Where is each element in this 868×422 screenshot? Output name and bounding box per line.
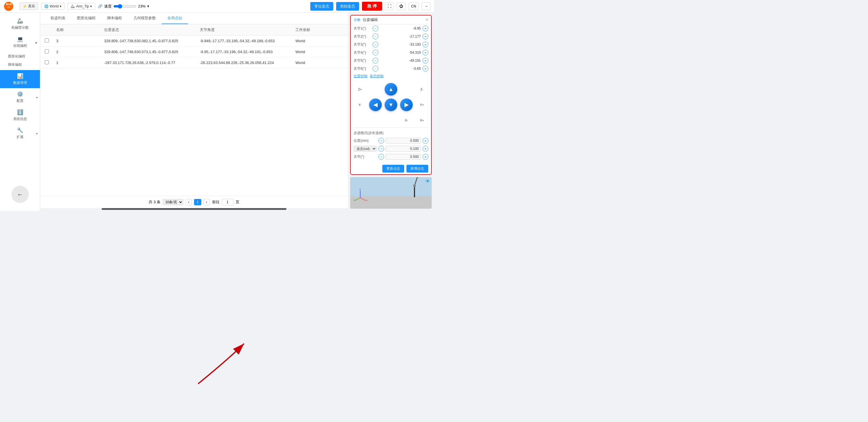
tab-trajectory[interactable]: 轨迹列表 — [45, 12, 71, 24]
sidebar-sub-online: 图形化编程 脚本编程 — [0, 51, 40, 70]
joint-5-minus-button[interactable]: − — [373, 58, 378, 63]
zp-label: Z+ — [358, 88, 362, 91]
joint-6-plus-button[interactable]: + — [423, 66, 428, 71]
show-toggle[interactable]: 示教 — [353, 18, 361, 22]
language-button[interactable]: CN — [408, 3, 418, 10]
arm-selector[interactable]: 🦾 Arm_Tip ▾ — [67, 3, 95, 10]
eye-icon[interactable]: 👁 — [425, 179, 430, 184]
fullscreen-button[interactable]: ⛶ — [385, 2, 394, 10]
mode-button[interactable]: ⚡ 真实 — [20, 2, 38, 10]
main-layout: 🦾 机械臂示数 💻 在线编程 ▲ 图形化编程 脚本编程 📊 数据管理 ⚙️ 配置… — [0, 12, 434, 211]
tab-geometry[interactable]: 几何模型参数 — [128, 12, 162, 24]
per-page-select[interactable]: 10条/页 20条/页 50条/页 — [163, 199, 183, 205]
joint-5-plus-button[interactable]: + — [423, 58, 428, 63]
prev-page-button[interactable]: ‹ — [185, 199, 192, 205]
update-point-button[interactable]: 更新点位 — [382, 165, 404, 173]
step-joint-label: 关节(°) — [353, 154, 377, 159]
sidebar-label-extend: 扩展 — [17, 134, 24, 140]
table-row: 3 329.809,-147.738,630.082,1.45,-0.877,0… — [40, 36, 348, 47]
control-area: Z+ ▲ Z- Y- ◀ ▼ ▶ Y+ X- X+ — [351, 80, 431, 163]
svg-text:睿尔曼: 睿尔曼 — [6, 3, 12, 5]
joint-row-2: 关节2(°) − -17.177 + — [351, 32, 431, 40]
row2-name: 2 — [56, 50, 104, 54]
down-button[interactable]: ▼ — [384, 98, 397, 111]
step-position-minus[interactable]: − — [378, 138, 384, 144]
row2-position: 329.808,-147.748,630.073,1.45,-0.877,0.8… — [104, 50, 200, 54]
step-posture-select[interactable]: 姿态(rad) — [353, 146, 377, 152]
add-point-button[interactable]: 新增点位 — [406, 165, 428, 173]
left-button[interactable]: ◀ — [369, 98, 382, 111]
tab-global[interactable]: 全局点位 — [162, 12, 188, 24]
xm-label: X- — [405, 119, 408, 122]
tab-posture-control[interactable]: 姿态控制 — [370, 74, 383, 79]
zm-label: Z- — [421, 88, 423, 91]
up-button[interactable]: ▲ — [384, 83, 397, 96]
pose-editor-title: 位姿编辑 — [363, 17, 378, 22]
joint-3-plus-button[interactable]: + — [423, 41, 428, 48]
right-button[interactable]: ▶ — [400, 98, 413, 111]
emergency-stop-button[interactable]: 急 停 — [362, 2, 382, 11]
tab-bar: 轨迹列表 图形化编程 脚本编程 几何模型参数 全局点位 — [40, 12, 348, 24]
sidebar-item-script-prog[interactable]: 脚本编程 — [5, 61, 40, 69]
sidebar-label-config: 配置 — [17, 98, 24, 103]
extend-icon: 🔧 — [17, 127, 23, 133]
row3-position: 329.809,-147.738,630.082,1.45,-0.877,0.8… — [104, 39, 200, 43]
sidebar-item-graphic-prog[interactable]: 图形化编程 — [5, 52, 40, 61]
step-posture-plus[interactable]: + — [423, 146, 428, 152]
sidebar-item-data[interactable]: 📊 数据管理 — [0, 70, 40, 88]
speed-control: 🔗 速度 23% ▾ — [98, 4, 149, 9]
logout-button[interactable]: → — [422, 2, 431, 10]
joint-row-1: 关节1(°) − -9.95 + — [351, 24, 431, 32]
power-button[interactable]: ⏻ — [397, 2, 406, 10]
joint-2-plus-button[interactable]: + — [423, 34, 428, 39]
sidebar-item-extend[interactable]: 🔧 扩展 ▾ — [0, 124, 40, 142]
horizontal-scrollbar[interactable] — [102, 208, 286, 210]
step-position-plus[interactable]: + — [423, 138, 428, 144]
sysinfo-icon: ℹ️ — [17, 109, 23, 115]
tab-position-control[interactable]: 位置控制 — [353, 74, 367, 79]
sidebar-item-online[interactable]: 💻 在线编程 ▲ — [0, 33, 40, 51]
joint-1-plus-button[interactable]: + — [423, 26, 428, 31]
total-count: 共 3 条 — [149, 200, 160, 205]
tab-graphic[interactable]: 图形化编程 — [71, 12, 101, 24]
row3-checkbox[interactable] — [45, 38, 49, 42]
joint-1-minus-button[interactable]: − — [373, 26, 378, 31]
pose-editor-footer: 更新点位 新增点位 — [351, 163, 431, 174]
svg-point-7 — [416, 177, 418, 178]
page-1-button[interactable]: 1 — [194, 199, 201, 205]
close-button[interactable]: × — [426, 17, 428, 22]
col-joints: 关节角度 — [200, 27, 296, 32]
pose-editor: 示教 位姿编辑 × 关节1(°) − -9.95 + 关节2(°) − -17.… — [350, 15, 432, 175]
back-icon: ← — [17, 191, 23, 198]
sidebar-item-mechanical[interactable]: 🦾 机械臂示数 — [0, 15, 40, 33]
config-icon: ⚙️ — [17, 91, 23, 97]
tab-script[interactable]: 脚本编程 — [101, 12, 128, 24]
row2-checkbox[interactable] — [45, 49, 49, 53]
step-row-posture: 姿态(rad) − 0.100 + — [353, 145, 428, 153]
page-input[interactable] — [222, 199, 234, 205]
joint-4-plus-button[interactable]: + — [423, 50, 428, 55]
sidebar-label-sysinfo: 系统信息 — [13, 117, 27, 121]
sidebar-item-sysinfo[interactable]: ℹ️ 系统信息 — [0, 106, 40, 124]
step-posture-minus[interactable]: − — [378, 146, 384, 152]
joint-1-value: -9.95 — [380, 26, 421, 30]
joint-2-minus-button[interactable]: − — [373, 34, 378, 39]
row1-checkbox[interactable] — [45, 60, 49, 64]
sidebar-item-config[interactable]: ⚙️ 配置 ▾ — [0, 88, 40, 106]
joint-6-minus-button[interactable]: − — [373, 66, 378, 71]
world-selector[interactable]: 🌐 World ▾ — [41, 3, 65, 10]
step-joint-minus[interactable]: − — [378, 154, 384, 160]
back-button[interactable]: ← — [11, 186, 29, 203]
sidebar-label-online: 在线编程 — [13, 43, 27, 48]
step-row-position: 位置(mm) − 0.500 + — [353, 137, 428, 145]
step-joint-plus[interactable]: + — [423, 154, 428, 160]
next-page-button[interactable]: › — [204, 199, 210, 205]
right-panel: 示教 位姿编辑 × 关节1(°) − -9.95 + 关节2(°) − -17.… — [348, 12, 434, 211]
joint-4-minus-button[interactable]: − — [373, 50, 378, 55]
joint-3-minus-button[interactable]: − — [373, 41, 378, 48]
speed-slider[interactable] — [113, 4, 136, 9]
zero-pose-button[interactable]: 零位姿态 — [310, 2, 333, 11]
axis-labels: Z X Y — [353, 188, 367, 203]
init-pose-button[interactable]: 初始姿态 — [336, 2, 359, 11]
svg-line-10 — [360, 198, 366, 201]
